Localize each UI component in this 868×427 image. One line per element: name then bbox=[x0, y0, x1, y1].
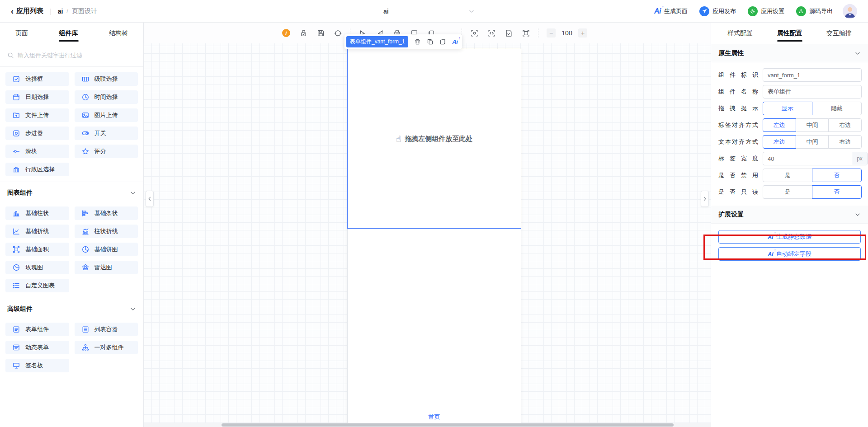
segment-option[interactable]: 中间 bbox=[796, 118, 829, 132]
component-item[interactable]: 文件上传 bbox=[5, 108, 69, 122]
component-item[interactable]: 滑块 bbox=[5, 145, 69, 158]
sidebar-tab[interactable]: 页面 bbox=[15, 23, 28, 44]
component-item-label: 基础折线 bbox=[25, 227, 49, 235]
component-item[interactable]: 评分 bbox=[75, 145, 138, 158]
segment-option[interactable]: 左边 bbox=[763, 118, 796, 132]
group-header[interactable]: 高级组件 bbox=[0, 298, 143, 317]
paste-icon[interactable] bbox=[439, 38, 446, 45]
component-item[interactable]: 表单组件 bbox=[5, 323, 69, 336]
component-item[interactable]: 步进器 bbox=[5, 127, 69, 140]
segment-option[interactable]: 左边 bbox=[763, 135, 796, 149]
collapse-right-panel-handle[interactable] bbox=[701, 191, 709, 207]
component-item[interactable]: 图片上传 bbox=[75, 108, 138, 122]
inspector-tabs: 样式配置属性配置交互编排 bbox=[711, 23, 868, 44]
unlock-icon[interactable] bbox=[295, 29, 312, 37]
page-select[interactable]: ai bbox=[362, 0, 475, 23]
stepper-icon bbox=[13, 130, 20, 137]
component-item[interactable]: 基础饼图 bbox=[75, 243, 138, 256]
target-icon[interactable] bbox=[329, 29, 346, 37]
inspector-tab[interactable]: 属性配置 bbox=[777, 23, 802, 44]
sidebar-tab[interactable]: 组件库 bbox=[59, 23, 78, 44]
component-item[interactable]: 基础条状 bbox=[75, 206, 138, 220]
code-icon[interactable] bbox=[483, 29, 500, 37]
topbar-action[interactable]: 应用发布 bbox=[699, 6, 736, 16]
component-item[interactable]: 柱状折线 bbox=[75, 225, 138, 238]
component-item[interactable]: 基础柱状 bbox=[5, 206, 69, 220]
component-item[interactable]: 一对多组件 bbox=[75, 341, 138, 354]
component-groups: 选择框级联选择日期选择时间选择文件上传图片上传步进器开关滑块评分行政区选择图表组… bbox=[0, 67, 143, 378]
segment-option[interactable]: 隐藏 bbox=[812, 102, 862, 115]
section-title: 扩展设置 bbox=[718, 211, 744, 219]
frame-icon[interactable] bbox=[517, 29, 534, 37]
save-icon[interactable] bbox=[312, 29, 329, 37]
avatar[interactable] bbox=[843, 4, 857, 19]
ai-extension-button[interactable]: Ai生成静态数据 bbox=[718, 230, 861, 244]
segment-option[interactable]: 是 bbox=[763, 169, 812, 182]
topbar-action[interactable]: Ai生成页面 bbox=[654, 7, 688, 15]
segment-option[interactable]: 右边 bbox=[828, 118, 862, 132]
component-item[interactable]: 自定义图表 bbox=[5, 279, 69, 292]
component-item[interactable]: 动态表单 bbox=[5, 341, 69, 354]
ai-extension-button[interactable]: Ai自动绑定字段 bbox=[718, 247, 861, 261]
text-field: px bbox=[763, 152, 868, 165]
component-item[interactable]: 选择框 bbox=[5, 72, 69, 86]
component-item[interactable]: 时间选择 bbox=[75, 90, 138, 104]
component-grid: 表单组件列表容器动态表单一对多组件签名板 bbox=[0, 317, 143, 378]
trash-icon[interactable] bbox=[414, 38, 421, 45]
ai-action-button[interactable]: Ai bbox=[452, 38, 458, 45]
component-item-label: 开关 bbox=[94, 129, 106, 137]
component-item[interactable]: 雷达图 bbox=[75, 261, 138, 274]
native-props-section-header[interactable]: 原生属性 bbox=[711, 44, 868, 62]
duplicate-icon[interactable] bbox=[427, 38, 434, 45]
inspector-tab[interactable]: 交互编排 bbox=[826, 23, 852, 44]
line-chart-icon bbox=[13, 228, 20, 235]
preview-icon[interactable] bbox=[466, 29, 483, 37]
component-item[interactable]: 列表容器 bbox=[75, 323, 138, 336]
topbar-action[interactable]: 源码导出 bbox=[796, 6, 833, 16]
segment-option[interactable]: 右边 bbox=[828, 135, 862, 149]
back-button[interactable]: ‹ 应用列表 bbox=[11, 7, 43, 15]
field-input[interactable] bbox=[763, 69, 861, 81]
component-item[interactable]: 玫瑰图 bbox=[5, 261, 69, 274]
inspector-tab[interactable]: 样式配置 bbox=[727, 23, 753, 44]
info-icon[interactable]: i bbox=[278, 29, 295, 37]
search-input[interactable] bbox=[18, 52, 136, 59]
topbar-action[interactable]: 应用设置 bbox=[748, 6, 784, 16]
component-item[interactable]: 签名板 bbox=[5, 359, 69, 372]
design-canvas[interactable]: i−100+ ☝ 拖拽左侧组件放至此处 首页 表单组件_vant_form_1 … bbox=[144, 23, 711, 427]
page-check-icon[interactable] bbox=[500, 29, 517, 37]
segment-option[interactable]: 否 bbox=[812, 185, 862, 199]
slider-icon bbox=[13, 148, 20, 155]
selected-form-component[interactable]: ☝ 拖拽左侧组件放至此处 bbox=[347, 49, 521, 229]
component-item-label: 自定义图表 bbox=[25, 282, 55, 290]
component-item-label: 签名板 bbox=[25, 361, 43, 370]
component-item-label: 玫瑰图 bbox=[25, 263, 43, 272]
component-item[interactable]: 开关 bbox=[75, 127, 138, 140]
input-suffix: px bbox=[852, 152, 867, 165]
zoom-in-button[interactable]: + bbox=[578, 28, 587, 38]
collapse-left-panel-handle[interactable] bbox=[146, 191, 154, 207]
field-input[interactable] bbox=[763, 152, 852, 165]
segment-option[interactable]: 中间 bbox=[796, 135, 829, 149]
chevron-down-icon bbox=[130, 306, 136, 312]
zoom-out-button[interactable]: − bbox=[547, 28, 556, 38]
extension-section-header[interactable]: 扩展设置 bbox=[711, 206, 868, 224]
segment-option[interactable]: 是 bbox=[763, 185, 812, 199]
breadcrumb-app[interactable]: ai bbox=[58, 8, 63, 15]
property-label: 组件名称 bbox=[718, 88, 763, 96]
component-item[interactable]: 基础面积 bbox=[5, 243, 69, 256]
group-header[interactable]: 图表组件 bbox=[0, 182, 143, 201]
sidebar-tab[interactable]: 结构树 bbox=[109, 23, 128, 44]
component-item[interactable]: 行政区选择 bbox=[5, 163, 69, 176]
component-item[interactable]: 日期选择 bbox=[5, 90, 69, 104]
segment-option[interactable]: 显示 bbox=[763, 102, 812, 115]
segmented-control: 是否 bbox=[763, 185, 862, 199]
component-item-label: 日期选择 bbox=[25, 93, 49, 101]
horizontal-scrollbar-thumb[interactable] bbox=[222, 423, 674, 427]
segment-option[interactable]: 否 bbox=[812, 169, 862, 182]
native-props-fields: 组件标识组件名称拖拽提示显示隐藏标签对齐方式左边中间右边文本对齐方式左边中间右边… bbox=[711, 62, 868, 206]
component-item[interactable]: 级联选择 bbox=[75, 72, 138, 86]
field-input[interactable] bbox=[763, 85, 861, 98]
chevron-left-icon: ‹ bbox=[11, 7, 14, 15]
component-item[interactable]: 基础折线 bbox=[5, 225, 69, 238]
